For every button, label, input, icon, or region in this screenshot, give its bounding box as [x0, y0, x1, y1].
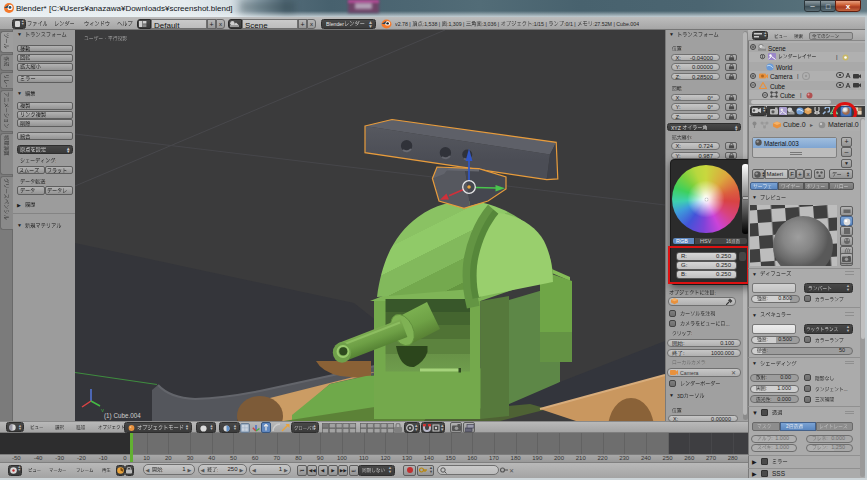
svg-text::: : [681, 46, 682, 51]
svg-text::0/1 |: :0/1 | [564, 21, 576, 27]
svg-text:2: 2 [786, 424, 789, 429]
svg-text:y: y [101, 407, 104, 412]
svg-text:v2.78 |: v2.78 | [395, 21, 411, 27]
svg-text::1/15 |: :1/15 | [532, 21, 547, 27]
svg-text::1,538 |: :1,538 | [423, 21, 440, 27]
svg-text::: : [681, 86, 682, 91]
svg-text:Camera: Camera [680, 370, 699, 376]
svg-text::: : [705, 360, 706, 365]
svg-text:16: 16 [726, 239, 731, 244]
svg-text:Blender: Blender [326, 21, 344, 27]
svg-text::: : [45, 179, 46, 185]
svg-text::3,036 |: :3,036 | [482, 21, 499, 27]
svg-text:...: ... [844, 387, 848, 392]
svg-text::1,309 |: :1,309 | [447, 21, 464, 27]
svg-text::27.52M | Cube.004: :27.52M | Cube.004 [593, 21, 639, 27]
svg-text::: : [681, 408, 682, 413]
svg-text::: : [55, 158, 56, 164]
svg-text:...: ... [725, 321, 729, 327]
svg-text::: : [691, 135, 692, 140]
svg-text:XYZ: XYZ [671, 125, 681, 131]
svg-text:3D: 3D [677, 393, 684, 399]
svg-text::: : [691, 331, 692, 336]
svg-text::: : [714, 290, 715, 296]
